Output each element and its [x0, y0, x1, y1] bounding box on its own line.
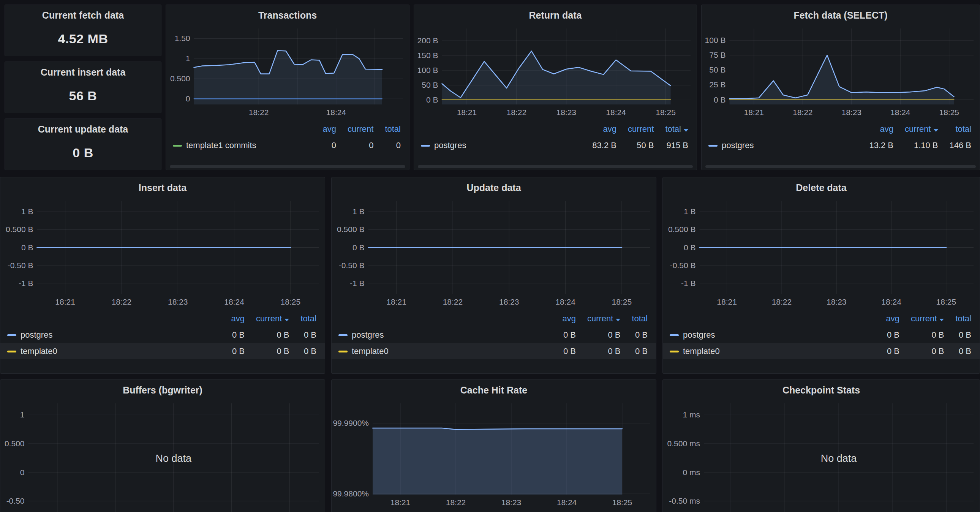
svg-text:1 ms: 1 ms [682, 410, 700, 419]
panel-title[interactable]: Checkpoint Stats [663, 380, 980, 399]
series-name[interactable]: postgres [21, 330, 52, 340]
svg-text:18:24: 18:24 [224, 297, 244, 306]
legend-value-total: 146 B [938, 137, 980, 153]
legend-sort-total[interactable]: total [289, 311, 325, 327]
buffers-chart[interactable]: 10.5000-0.50No data [0, 399, 325, 512]
panel-title[interactable]: Cache Hit Rate [332, 380, 656, 399]
panel-title[interactable]: Buffers (bgwriter) [0, 380, 325, 399]
legend-sort-avg[interactable]: avg [311, 121, 336, 137]
legend-header: avg current total [332, 311, 656, 327]
legend-value-avg: 13.2 B [858, 137, 893, 153]
svg-text:100 B: 100 B [705, 36, 726, 45]
panel-title[interactable]: Transactions [166, 5, 409, 25]
panel-title[interactable]: Current insert data [5, 62, 161, 82]
legend-sort-current[interactable]: current [616, 121, 654, 137]
series-swatch[interactable] [670, 351, 679, 353]
legend-sort-current[interactable]: current [576, 311, 620, 327]
series-swatch[interactable] [339, 351, 348, 353]
legend-row: template0 0 B 0 B 0 B [0, 343, 325, 359]
series-name[interactable]: postgres [683, 330, 715, 340]
legend: avg current total postgres 0 B 0 B 0 B t… [332, 311, 656, 359]
legend-sort-total[interactable]: total [373, 121, 409, 137]
legend-sort-avg[interactable]: avg [858, 121, 893, 137]
svg-text:18:22: 18:22 [772, 297, 792, 306]
series-name[interactable]: postgres [722, 140, 754, 150]
legend-header-spacer [702, 121, 858, 137]
legend-header: avg current total [0, 311, 325, 327]
legend-header: avg current total [663, 311, 980, 327]
legend-row: postgres 0 B 0 B 0 B [663, 327, 980, 343]
panel-title[interactable]: Delete data [663, 177, 980, 197]
series-swatch[interactable] [339, 334, 348, 336]
legend-sort-total[interactable]: total [654, 121, 697, 137]
legend-sort-current[interactable]: current [893, 121, 938, 137]
legend-value-avg: 0 B [220, 343, 244, 359]
cache-hit-rate-chart[interactable]: 99.9900%99.9800%18:2118:2218:2318:2418:2… [332, 399, 656, 510]
legend-value-current: 0 B [245, 327, 289, 343]
svg-text:99.9800%: 99.9800% [333, 489, 369, 498]
panel-title[interactable]: Current update data [5, 119, 161, 138]
legend-sort-total[interactable]: total [620, 311, 656, 327]
svg-text:1: 1 [186, 54, 190, 63]
legend-sort-avg[interactable]: avg [220, 311, 244, 327]
legend-scrollbar[interactable] [170, 165, 405, 168]
panel-title[interactable]: Fetch data (SELECT) [702, 5, 980, 25]
checkpoint-stats-chart[interactable]: 1 ms0.500 ms0 ms-0.50 msNo data [663, 399, 980, 512]
panel-cache-hit-rate: Cache Hit Rate 99.9900%99.9800%18:2118:2… [331, 380, 656, 512]
legend-scrollbar[interactable] [705, 165, 976, 168]
series-swatch[interactable] [708, 145, 718, 146]
legend-header-spacer [0, 311, 220, 327]
series-name[interactable]: template0 [21, 347, 57, 356]
legend-sort-avg[interactable]: avg [874, 311, 899, 327]
legend-header-spacer [166, 121, 311, 137]
series-swatch[interactable] [7, 351, 16, 353]
svg-text:0: 0 [20, 468, 25, 477]
series-swatch[interactable] [670, 334, 679, 336]
legend: avg current total template1 commits 0 0 … [166, 121, 409, 153]
insert-data-chart[interactable]: 1 B0.500 B0 B-0.50 B-1 B18:2118:2218:231… [0, 197, 325, 309]
panel-title[interactable]: Current fetch data [5, 5, 161, 25]
svg-text:18:23: 18:23 [168, 297, 188, 306]
legend-sort-total[interactable]: total [944, 311, 980, 327]
series-name[interactable]: template1 commits [186, 140, 256, 150]
legend-row: template0 0 B 0 B 0 B [663, 343, 980, 359]
legend-value-avg: 0 B [874, 343, 899, 359]
legend-value-avg: 83.2 B [581, 137, 616, 153]
delete-data-chart[interactable]: 1 B0.500 B0 B-0.50 B-1 B18:2118:2218:231… [663, 197, 980, 309]
panel-title[interactable]: Insert data [0, 177, 325, 197]
series-swatch[interactable] [173, 145, 182, 146]
svg-text:-0.50 ms: -0.50 ms [669, 496, 700, 505]
series-name[interactable]: template0 [683, 347, 720, 356]
panel-buffers-bgwriter: Buffers (bgwriter) 10.5000-0.50No data [0, 380, 325, 512]
update-data-chart[interactable]: 1 B0.500 B0 B-0.50 B-1 B18:2118:2218:231… [332, 197, 656, 309]
panel-title[interactable]: Update data [332, 177, 656, 197]
series-name[interactable]: postgres [352, 330, 383, 340]
legend-scrollbar[interactable] [418, 165, 693, 168]
legend-sort-current[interactable]: current [336, 121, 373, 137]
svg-text:1 B: 1 B [353, 207, 365, 216]
legend-row: template1 commits 0 0 0 [166, 137, 409, 153]
transactions-chart[interactable]: 00.50011.5018:2218:24 [166, 25, 409, 120]
series-swatch[interactable] [7, 334, 16, 336]
legend-sort-current[interactable]: current [245, 311, 289, 327]
series-swatch[interactable] [421, 145, 430, 146]
series-name[interactable]: template0 [352, 347, 388, 356]
legend-value-total: 915 B [654, 137, 697, 153]
panel-update-data: Update data 1 B0.500 B0 B-0.50 B-1 B18:2… [331, 177, 656, 374]
svg-text:0 B: 0 B [426, 95, 438, 104]
legend-value-current: 0 B [576, 343, 620, 359]
svg-text:-1 B: -1 B [681, 279, 696, 288]
series-name[interactable]: postgres [434, 140, 466, 150]
legend-sort-current[interactable]: current [899, 311, 944, 327]
legend-sort-avg[interactable]: avg [551, 311, 576, 327]
panel-insert-data: Insert data 1 B0.500 B0 B-0.50 B-1 B18:2… [0, 177, 325, 374]
sort-caret-icon [934, 129, 938, 132]
panel-title[interactable]: Return data [414, 5, 697, 25]
svg-text:1 B: 1 B [21, 207, 33, 216]
legend-value-current: 0 B [576, 327, 620, 343]
legend-sort-total[interactable]: total [938, 121, 980, 137]
fetch-data-chart[interactable]: 0 B25 B50 B75 B100 B18:2118:2218:2318:24… [702, 25, 980, 120]
svg-text:-0.50 B: -0.50 B [339, 261, 365, 270]
legend-sort-avg[interactable]: avg [581, 121, 616, 137]
return-data-chart[interactable]: 0 B50 B100 B150 B200 B18:2118:2218:2318:… [414, 25, 697, 120]
